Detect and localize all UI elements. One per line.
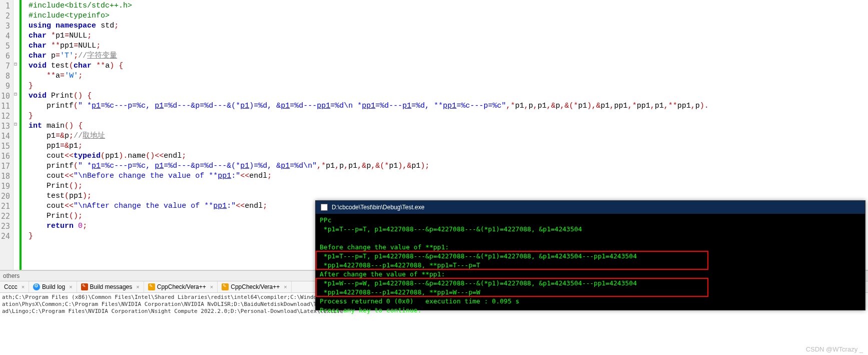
line-number: 9 xyxy=(1,81,10,91)
tab-label: Build messages xyxy=(90,283,133,290)
panel-tab[interactable]: Build log× xyxy=(29,281,77,292)
code-line[interactable]: **a='W'; xyxy=(29,71,868,81)
console-line: *p1=W---p=W, p1=4227088---&p=4227088---&… xyxy=(320,279,861,288)
console-app-icon xyxy=(321,204,328,211)
line-number-gutter: 123456789101112131415161718192021222324 xyxy=(0,0,14,270)
log-icon xyxy=(33,283,40,290)
line-number: 22 xyxy=(1,211,10,221)
close-icon[interactable]: × xyxy=(136,284,139,290)
console-titlebar[interactable]: D:\cbcode\Test\bin\Debug\Test.exe xyxy=(316,201,865,214)
code-line[interactable]: p1=&p;//取地址 xyxy=(29,131,868,141)
console-line: Before change the value of **pp1: xyxy=(320,243,861,252)
line-number: 23 xyxy=(1,221,10,231)
console-line: *pp1=4227088---p1=4227088, **pp1=T---p=T xyxy=(320,261,861,270)
close-icon[interactable]: × xyxy=(284,284,287,290)
console-output[interactable]: PPc *p1=T---p=T, p1=4227088---&p=4227088… xyxy=(316,214,865,317)
close-icon[interactable]: × xyxy=(69,284,72,290)
line-number: 16 xyxy=(1,151,10,161)
console-line xyxy=(320,234,861,243)
code-line[interactable]: printf(" *p1=%c---p=%c, p1=%d---&p=%d---… xyxy=(29,161,868,171)
code-line[interactable]: Print(); xyxy=(29,181,868,191)
panel-tab[interactable]: CppCheck/Vera++× xyxy=(218,281,292,292)
line-number: 7 xyxy=(1,61,10,71)
line-number: 17 xyxy=(1,161,10,171)
line-number: 13 xyxy=(1,121,10,131)
panel-tab[interactable]: CppCheck/Vera++× xyxy=(144,281,218,292)
console-line: Press any key to continue. xyxy=(320,306,861,315)
code-line[interactable]: char **pp1=NULL; xyxy=(29,41,868,51)
line-number: 18 xyxy=(1,171,10,181)
code-line[interactable]: #include<bits/stdc++.h> xyxy=(29,1,868,11)
close-icon[interactable]: × xyxy=(210,284,213,290)
close-icon[interactable]: × xyxy=(22,284,25,290)
line-number: 15 xyxy=(1,141,10,151)
code-line[interactable]: #include<typeinfo> xyxy=(29,11,868,21)
line-number: 12 xyxy=(1,111,10,121)
console-line: *p1=T---p=T, p1=4227088---&p=4227088---&… xyxy=(320,252,861,261)
console-line: After change the value of **pp1: xyxy=(320,270,861,279)
line-number: 2 xyxy=(1,11,10,21)
line-number: 1 xyxy=(1,1,10,11)
code-line[interactable]: char p='T';//字符变量 xyxy=(29,51,868,61)
fold-toggle-icon[interactable]: ⊟ xyxy=(14,61,17,67)
console-line: PPc xyxy=(320,216,861,225)
fold-toggle-icon[interactable]: ⊟ xyxy=(14,121,17,127)
console-window[interactable]: D:\cbcode\Test\bin\Debug\Test.exe PPc *p… xyxy=(315,200,865,310)
console-line: *p1=T---p=T, p1=4227088---&p=4227088---&… xyxy=(320,225,861,234)
panel-tab[interactable]: Build messages× xyxy=(77,281,144,292)
line-number: 24 xyxy=(1,231,10,241)
code-line[interactable]: } xyxy=(29,111,868,121)
code-line[interactable]: pp1=&p1; xyxy=(29,141,868,151)
msg-icon xyxy=(81,283,88,290)
code-line[interactable]: char *p1=NULL; xyxy=(29,31,868,41)
chk-icon xyxy=(222,283,229,290)
tab-label: CppCheck/Vera++ xyxy=(157,283,206,290)
line-number: 20 xyxy=(1,191,10,201)
fold-column[interactable]: ⊟⊟⊟ xyxy=(14,0,20,270)
panel-tab[interactable]: Cccc× xyxy=(0,281,29,292)
tab-label: Build log xyxy=(42,283,65,290)
chk-icon xyxy=(148,283,155,290)
line-number: 8 xyxy=(1,71,10,81)
tab-label: Cccc xyxy=(4,283,18,290)
code-line[interactable]: cout<<typeid(pp1).name()<<endl; xyxy=(29,151,868,161)
console-line: Process returned 0 (0x0) execution time … xyxy=(320,297,861,306)
tab-label: CppCheck/Vera++ xyxy=(231,283,280,290)
line-number: 6 xyxy=(1,51,10,61)
code-line[interactable]: using namespace std; xyxy=(29,21,868,31)
line-number: 4 xyxy=(1,31,10,41)
fold-toggle-icon[interactable]: ⊟ xyxy=(14,91,17,97)
code-line[interactable]: test(pp1); xyxy=(29,191,868,201)
code-line[interactable]: } xyxy=(29,81,868,91)
console-title-text: D:\cbcode\Test\bin\Debug\Test.exe xyxy=(332,204,424,211)
code-line[interactable]: void test(char **a) { xyxy=(29,61,868,71)
line-number: 5 xyxy=(1,41,10,51)
line-number: 11 xyxy=(1,101,10,111)
code-line[interactable]: cout<<"\nBefore change the value of **pp… xyxy=(29,171,868,181)
code-line[interactable]: int main() { xyxy=(29,121,868,131)
code-line[interactable]: printf(" *p1=%c---p=%c, p1=%d---&p=%d---… xyxy=(29,101,868,111)
line-number: 19 xyxy=(1,181,10,191)
code-line[interactable]: void Print() { xyxy=(29,91,868,101)
line-number: 3 xyxy=(1,21,10,31)
line-number: 10 xyxy=(1,91,10,101)
line-number: 21 xyxy=(1,201,10,211)
console-line: *pp1=4227088---p1=4227088, **pp1=W---p=W xyxy=(320,288,861,297)
line-number: 14 xyxy=(1,131,10,141)
watermark-text: CSDN @WTcrazy _ xyxy=(806,345,863,353)
